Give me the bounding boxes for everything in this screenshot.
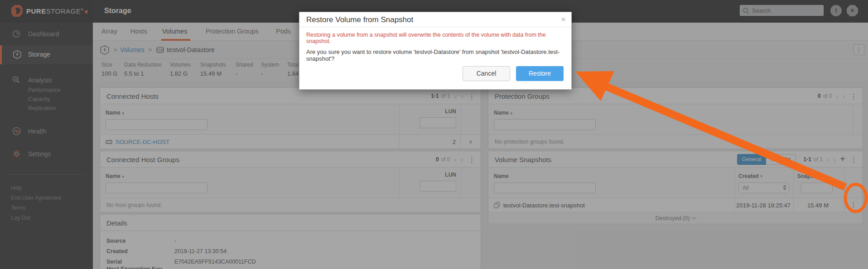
modal-title: Restore Volume from Snapshot	[306, 15, 413, 24]
modal-warning-text: Restoring a volume from a snapshot will …	[306, 32, 564, 44]
modal-close-icon[interactable]: ×	[561, 14, 566, 24]
restore-button[interactable]: Restore	[516, 66, 564, 81]
cancel-button[interactable]: Cancel	[463, 66, 510, 81]
modal-question-text: Are you sure you want to restore volume …	[306, 48, 564, 62]
app-window: PURESTORAGE® Dashboard Storage Analysis …	[0, 0, 868, 269]
restore-volume-modal: Restore Volume from Snapshot × Restoring…	[299, 12, 572, 90]
